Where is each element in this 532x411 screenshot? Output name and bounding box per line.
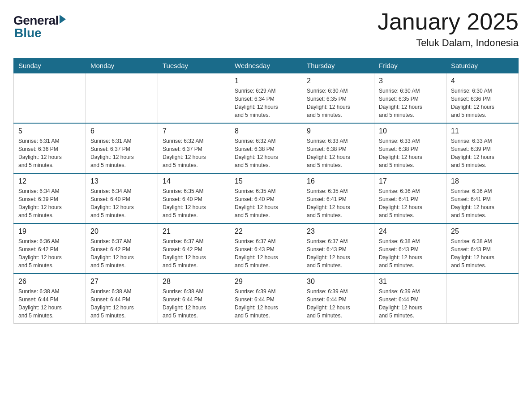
day-info: Sunrise: 6:37 AM Sunset: 6:42 PM Dayligh… bbox=[163, 237, 225, 270]
day-number: 7 bbox=[163, 127, 225, 135]
day-number: 11 bbox=[451, 127, 514, 135]
page-header: General Blue January 2025 Teluk Dalam, I… bbox=[13, 9, 519, 49]
day-number: 5 bbox=[18, 127, 81, 135]
day-header-thursday: Thursday bbox=[302, 58, 374, 73]
calendar-subtitle: Teluk Dalam, Indonesia bbox=[378, 37, 519, 49]
day-info: Sunrise: 6:29 AM Sunset: 6:34 PM Dayligh… bbox=[235, 87, 297, 119]
logo-arrow-icon bbox=[60, 15, 66, 24]
calendar-cell: 14Sunrise: 6:35 AM Sunset: 6:40 PM Dayli… bbox=[158, 173, 230, 223]
day-number: 31 bbox=[379, 278, 442, 286]
day-number: 30 bbox=[307, 278, 369, 286]
calendar-cell: 7Sunrise: 6:32 AM Sunset: 6:37 PM Daylig… bbox=[158, 123, 230, 173]
day-info: Sunrise: 6:36 AM Sunset: 6:41 PM Dayligh… bbox=[451, 187, 514, 219]
day-header-tuesday: Tuesday bbox=[158, 58, 230, 73]
calendar-cell bbox=[446, 274, 519, 324]
week-row-1: 1Sunrise: 6:29 AM Sunset: 6:34 PM Daylig… bbox=[14, 73, 519, 124]
day-number: 20 bbox=[90, 227, 153, 235]
calendar-cell: 3Sunrise: 6:30 AM Sunset: 6:35 PM Daylig… bbox=[374, 73, 446, 124]
day-info: Sunrise: 6:36 AM Sunset: 6:42 PM Dayligh… bbox=[18, 237, 81, 270]
calendar-cell: 18Sunrise: 6:36 AM Sunset: 6:41 PM Dayli… bbox=[446, 173, 519, 223]
calendar-table: SundayMondayTuesdayWednesdayThursdayFrid… bbox=[13, 58, 519, 324]
week-row-5: 26Sunrise: 6:38 AM Sunset: 6:44 PM Dayli… bbox=[14, 274, 519, 324]
calendar-cell: 12Sunrise: 6:34 AM Sunset: 6:39 PM Dayli… bbox=[14, 173, 86, 223]
day-number: 27 bbox=[90, 278, 153, 286]
day-info: Sunrise: 6:38 AM Sunset: 6:44 PM Dayligh… bbox=[90, 287, 153, 320]
day-number: 17 bbox=[379, 177, 442, 185]
day-info: Sunrise: 6:32 AM Sunset: 6:37 PM Dayligh… bbox=[163, 137, 225, 169]
calendar-cell: 10Sunrise: 6:33 AM Sunset: 6:38 PM Dayli… bbox=[374, 123, 446, 173]
day-number: 4 bbox=[451, 77, 514, 85]
calendar-cell bbox=[158, 73, 230, 124]
calendar-cell: 29Sunrise: 6:39 AM Sunset: 6:44 PM Dayli… bbox=[230, 274, 302, 324]
day-info: Sunrise: 6:35 AM Sunset: 6:40 PM Dayligh… bbox=[163, 187, 225, 219]
day-info: Sunrise: 6:30 AM Sunset: 6:35 PM Dayligh… bbox=[379, 87, 442, 119]
day-number: 2 bbox=[307, 77, 369, 85]
calendar-cell: 2Sunrise: 6:30 AM Sunset: 6:35 PM Daylig… bbox=[302, 73, 374, 124]
day-info: Sunrise: 6:30 AM Sunset: 6:36 PM Dayligh… bbox=[451, 87, 514, 119]
day-info: Sunrise: 6:37 AM Sunset: 6:42 PM Dayligh… bbox=[90, 237, 153, 270]
day-number: 3 bbox=[379, 77, 442, 85]
calendar-cell: 6Sunrise: 6:31 AM Sunset: 6:37 PM Daylig… bbox=[86, 123, 158, 173]
day-info: Sunrise: 6:31 AM Sunset: 6:36 PM Dayligh… bbox=[18, 137, 81, 169]
day-info: Sunrise: 6:31 AM Sunset: 6:37 PM Dayligh… bbox=[90, 137, 153, 169]
day-info: Sunrise: 6:34 AM Sunset: 6:40 PM Dayligh… bbox=[90, 187, 153, 219]
day-number: 26 bbox=[18, 278, 81, 286]
day-info: Sunrise: 6:33 AM Sunset: 6:39 PM Dayligh… bbox=[451, 137, 514, 169]
title-section: January 2025 Teluk Dalam, Indonesia bbox=[378, 9, 519, 49]
day-info: Sunrise: 6:34 AM Sunset: 6:39 PM Dayligh… bbox=[18, 187, 81, 219]
day-info: Sunrise: 6:35 AM Sunset: 6:41 PM Dayligh… bbox=[307, 187, 369, 219]
calendar-cell: 8Sunrise: 6:32 AM Sunset: 6:38 PM Daylig… bbox=[230, 123, 302, 173]
day-info: Sunrise: 6:38 AM Sunset: 6:44 PM Dayligh… bbox=[163, 287, 225, 320]
day-number: 24 bbox=[379, 227, 442, 235]
calendar-cell: 16Sunrise: 6:35 AM Sunset: 6:41 PM Dayli… bbox=[302, 173, 374, 223]
day-number: 19 bbox=[18, 227, 81, 235]
day-info: Sunrise: 6:39 AM Sunset: 6:44 PM Dayligh… bbox=[235, 287, 297, 320]
day-number: 13 bbox=[90, 177, 153, 185]
day-info: Sunrise: 6:39 AM Sunset: 6:44 PM Dayligh… bbox=[307, 287, 369, 320]
week-row-3: 12Sunrise: 6:34 AM Sunset: 6:39 PM Dayli… bbox=[14, 173, 519, 223]
day-header-friday: Friday bbox=[374, 58, 446, 73]
day-info: Sunrise: 6:39 AM Sunset: 6:44 PM Dayligh… bbox=[379, 287, 442, 320]
calendar-cell: 15Sunrise: 6:35 AM Sunset: 6:40 PM Dayli… bbox=[230, 173, 302, 223]
day-info: Sunrise: 6:38 AM Sunset: 6:44 PM Dayligh… bbox=[18, 287, 81, 320]
logo-blue-text: Blue bbox=[14, 26, 66, 40]
calendar-cell bbox=[86, 73, 158, 124]
calendar-cell: 31Sunrise: 6:39 AM Sunset: 6:44 PM Dayli… bbox=[374, 274, 446, 324]
day-number: 18 bbox=[451, 177, 514, 185]
calendar-cell: 5Sunrise: 6:31 AM Sunset: 6:36 PM Daylig… bbox=[14, 123, 86, 173]
day-header-wednesday: Wednesday bbox=[230, 58, 302, 73]
day-number: 8 bbox=[235, 127, 297, 135]
day-number: 12 bbox=[18, 177, 81, 185]
day-number: 29 bbox=[235, 278, 297, 286]
calendar-cell: 22Sunrise: 6:37 AM Sunset: 6:43 PM Dayli… bbox=[230, 223, 302, 274]
calendar-cell: 27Sunrise: 6:38 AM Sunset: 6:44 PM Dayli… bbox=[86, 274, 158, 324]
day-number: 21 bbox=[163, 227, 225, 235]
calendar-title: January 2025 bbox=[378, 9, 519, 34]
calendar-cell: 19Sunrise: 6:36 AM Sunset: 6:42 PM Dayli… bbox=[14, 223, 86, 274]
day-number: 15 bbox=[235, 177, 297, 185]
day-number: 22 bbox=[235, 227, 297, 235]
day-number: 16 bbox=[307, 177, 369, 185]
day-info: Sunrise: 6:33 AM Sunset: 6:38 PM Dayligh… bbox=[307, 137, 369, 169]
day-header-monday: Monday bbox=[86, 58, 158, 73]
day-info: Sunrise: 6:38 AM Sunset: 6:43 PM Dayligh… bbox=[451, 237, 514, 270]
calendar-cell: 11Sunrise: 6:33 AM Sunset: 6:39 PM Dayli… bbox=[446, 123, 519, 173]
week-row-2: 5Sunrise: 6:31 AM Sunset: 6:36 PM Daylig… bbox=[14, 123, 519, 173]
day-info: Sunrise: 6:37 AM Sunset: 6:43 PM Dayligh… bbox=[235, 237, 297, 270]
day-info: Sunrise: 6:30 AM Sunset: 6:35 PM Dayligh… bbox=[307, 87, 369, 119]
day-number: 25 bbox=[451, 227, 514, 235]
day-header-sunday: Sunday bbox=[14, 58, 86, 73]
day-header-saturday: Saturday bbox=[446, 58, 519, 73]
calendar-cell: 17Sunrise: 6:36 AM Sunset: 6:41 PM Dayli… bbox=[374, 173, 446, 223]
day-info: Sunrise: 6:36 AM Sunset: 6:41 PM Dayligh… bbox=[379, 187, 442, 219]
day-number: 10 bbox=[379, 127, 442, 135]
day-number: 9 bbox=[307, 127, 369, 135]
calendar-cell: 20Sunrise: 6:37 AM Sunset: 6:42 PM Dayli… bbox=[86, 223, 158, 274]
day-info: Sunrise: 6:35 AM Sunset: 6:40 PM Dayligh… bbox=[235, 187, 297, 219]
day-number: 6 bbox=[90, 127, 153, 135]
day-number: 1 bbox=[235, 77, 297, 85]
calendar-cell: 25Sunrise: 6:38 AM Sunset: 6:43 PM Dayli… bbox=[446, 223, 519, 274]
calendar-cell: 4Sunrise: 6:30 AM Sunset: 6:36 PM Daylig… bbox=[446, 73, 519, 124]
calendar-cell: 1Sunrise: 6:29 AM Sunset: 6:34 PM Daylig… bbox=[230, 73, 302, 124]
day-number: 14 bbox=[163, 177, 225, 185]
